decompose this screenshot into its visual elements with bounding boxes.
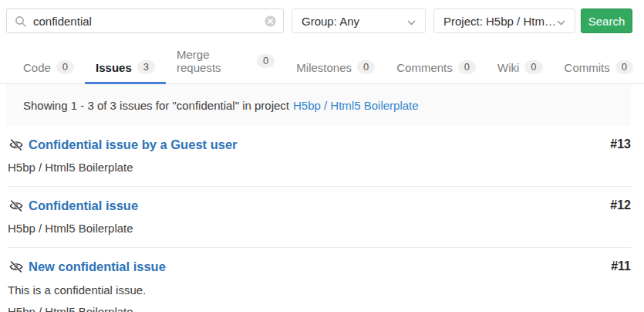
issue-result-row: Confidential issue #12 H5bp / Html5 Boil… (8, 187, 631, 248)
tab-count-badge: 0 (615, 60, 633, 74)
issue-project-name: H5bp / Html5 Boilerplate (8, 305, 631, 312)
tab-issues[interactable]: Issues 3 (85, 53, 166, 84)
issue-project-name: H5bp / Html5 Boilerplate (8, 161, 631, 175)
tab-count-badge: 0 (458, 60, 476, 74)
search-input[interactable] (7, 9, 283, 32)
tab-count-badge: 0 (357, 60, 375, 74)
clear-search-icon[interactable] (265, 15, 276, 30)
chevron-down-icon (407, 15, 416, 28)
eye-slash-icon (9, 139, 23, 151)
issue-id: #13 (610, 136, 631, 153)
eye-slash-icon (9, 261, 23, 273)
search-results-list: Confidential issue by a Guest user #13 H… (8, 126, 631, 312)
tab-label: Issues (96, 61, 132, 74)
tab-commits[interactable]: Commits 0 (554, 53, 644, 84)
tab-label: Comments (396, 61, 453, 74)
eye-slash-icon (9, 200, 23, 212)
search-toolbar: Group: Any Project: H5bp / Html5 ... Sea… (0, 0, 644, 33)
issue-title-link[interactable]: New confidential issue (29, 258, 166, 275)
tab-count-badge: 0 (56, 60, 74, 74)
tab-wiki[interactable]: Wiki 0 (487, 53, 554, 84)
tab-milestones[interactable]: Milestones 0 (285, 53, 386, 84)
tab-count-badge: 0 (257, 54, 275, 68)
tab-label: Milestones (296, 61, 352, 74)
issue-id: #11 (611, 258, 631, 275)
group-filter-label: Group: Any (302, 15, 359, 28)
group-filter-dropdown[interactable]: Group: Any (292, 8, 426, 33)
tab-merge-requests[interactable]: Merge requests 0 (166, 41, 285, 84)
tab-comments[interactable]: Comments 0 (386, 53, 487, 84)
tab-label: Commits (565, 61, 610, 74)
issue-result-row: Confidential issue by a Guest user #13 H… (8, 126, 631, 187)
search-button[interactable]: Search (581, 8, 632, 33)
tab-label: Wiki (497, 61, 519, 74)
project-filter-label: Project: H5bp / Html5 ... (443, 15, 557, 28)
issue-result-row: New confidential issue #11 This is a con… (8, 248, 631, 312)
results-summary-text: Showing 1 - 3 of 3 issues for "confident… (23, 99, 289, 112)
tab-label: Merge requests (177, 48, 251, 74)
search-icon (15, 15, 27, 31)
tab-count-badge: 3 (137, 60, 155, 74)
search-scope-tabs: Code 0 Issues 3 Merge requests 0 Milesto… (0, 41, 644, 84)
project-filter-dropdown[interactable]: Project: H5bp / Html5 ... (433, 8, 575, 33)
issue-title-link[interactable]: Confidential issue by a Guest user (29, 136, 238, 153)
summary-project-link[interactable]: H5bp / Html5 Boilerplate (293, 99, 419, 112)
results-summary-banner: Showing 1 - 3 of 3 issues for "confident… (6, 84, 631, 126)
search-box (6, 8, 284, 33)
issue-title-link[interactable]: Confidential issue (29, 197, 138, 214)
tab-label: Code (23, 61, 51, 74)
chevron-down-icon (557, 15, 565, 28)
tab-count-badge: 0 (524, 60, 542, 74)
issue-description: This is a confidential issue. (8, 283, 631, 297)
issue-id: #12 (610, 197, 631, 214)
issue-project-name: H5bp / Html5 Boilerplate (8, 222, 631, 236)
tab-code[interactable]: Code 0 (12, 53, 85, 84)
